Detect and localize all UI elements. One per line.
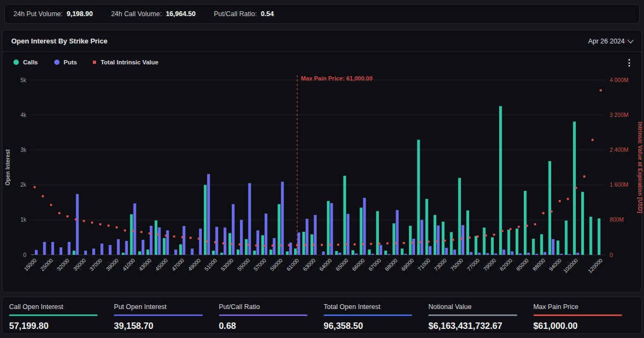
put-bar <box>412 239 415 255</box>
call-volume-value: 16,964.50 <box>166 10 196 18</box>
x-tick-label: 120000 <box>587 257 604 274</box>
put-bar <box>519 253 522 255</box>
put-bar <box>224 227 226 255</box>
x-tick-label: 68000 <box>384 257 399 272</box>
puts-marker-icon <box>54 60 60 65</box>
stat-value: 0.68 <box>219 321 308 331</box>
stat-label: Max Pain Price <box>533 303 622 311</box>
intrinsic-dot <box>312 244 314 246</box>
call-bar <box>409 226 412 255</box>
call-bar <box>72 251 75 255</box>
intrinsic-dot <box>280 244 282 246</box>
expiry-date-value: Apr 26 2024 <box>588 38 625 45</box>
intrinsic-dot <box>583 175 586 178</box>
legend-item-intrinsic[interactable]: Total Intrinsic Value <box>93 59 158 65</box>
intrinsic-dot <box>116 226 118 229</box>
x-tick-label: 32000 <box>56 257 71 272</box>
intrinsic-dot <box>493 234 495 236</box>
expiry-date-selector[interactable]: Apr 26 2024 <box>588 38 633 45</box>
put-bar <box>502 249 505 255</box>
put-bar <box>199 229 202 255</box>
oi-chart-svg[interactable]: 001k800M2k1 600M3k2 400M4k3 200M5k4 000M… <box>3 65 642 290</box>
stat-max-pain-price: Max Pain Price $61,000.00 <box>533 303 638 333</box>
put-bar <box>68 242 70 255</box>
put-bar <box>478 253 481 255</box>
put-bar <box>281 182 284 255</box>
call-bar <box>417 140 420 255</box>
put-call-ratio-value: 0.54 <box>261 10 274 18</box>
call-bar <box>269 249 272 255</box>
call-bar <box>237 249 239 255</box>
call-bar <box>343 176 346 255</box>
call-bar <box>335 251 338 255</box>
x-tick-label: 37000 <box>89 257 104 272</box>
legend-item-puts[interactable]: Puts <box>54 59 77 65</box>
intrinsic-dot <box>206 240 208 243</box>
put-bar <box>306 219 309 255</box>
put-bar <box>421 220 423 255</box>
call-bar <box>466 210 469 255</box>
put-bar <box>363 198 366 255</box>
intrinsic-dot <box>99 223 101 225</box>
put-bar <box>494 253 497 255</box>
call-bar <box>507 230 510 255</box>
more-options-icon[interactable] <box>624 57 634 68</box>
call-bar <box>384 251 387 255</box>
call-bar <box>474 236 477 255</box>
put-bar <box>257 230 259 255</box>
y-right-tick: 800M <box>610 216 624 223</box>
call-bar <box>540 234 543 255</box>
intrinsic-dot <box>575 187 577 189</box>
intrinsic-dot <box>214 241 216 243</box>
intrinsic-dot <box>140 231 142 233</box>
stat-accent-line <box>114 314 202 316</box>
x-tick-label: 67000 <box>368 257 383 272</box>
put-bar <box>453 249 456 255</box>
intrinsic-dot <box>34 186 36 188</box>
put-bar <box>322 252 325 255</box>
x-tick-label: 43000 <box>138 257 153 272</box>
intrinsic-dot <box>378 243 380 245</box>
volume-summary-bar: 24h Put Volume: 9,198.90 24h Call Volume… <box>4 4 640 24</box>
x-tick-label: 66000 <box>351 257 366 272</box>
stat-value: $6,163,431,732.67 <box>428 321 517 331</box>
stat-total-open-interest: Total Open Interest 96,358.50 <box>324 303 428 333</box>
put-bar <box>371 254 374 255</box>
legend-item-calls[interactable]: Calls <box>13 59 38 65</box>
open-interest-panel: Open Interest By Strike Price Apr 26 202… <box>2 30 642 292</box>
call-bar <box>179 244 182 255</box>
intrinsic-dot <box>50 204 52 206</box>
intrinsic-dot <box>354 243 356 245</box>
call-bar <box>130 214 133 255</box>
put-bar <box>43 242 46 255</box>
call-bar <box>401 248 404 255</box>
y-left-tick: 0 <box>23 252 26 258</box>
intrinsic-dot <box>477 236 479 238</box>
intrinsic-dot <box>231 243 233 245</box>
put-bar <box>429 246 431 255</box>
put-bar <box>462 225 464 255</box>
intrinsic-dot <box>362 243 364 245</box>
call-bar <box>277 204 280 255</box>
put-bar <box>387 254 390 255</box>
call-bar <box>450 232 452 255</box>
put-bar <box>240 220 243 255</box>
x-tick-label: 25000 <box>39 257 54 272</box>
intrinsic-dot <box>264 245 266 247</box>
intrinsic-dot <box>255 245 257 247</box>
put-bar <box>552 239 554 255</box>
x-tick-label: 57000 <box>253 257 268 272</box>
intrinsic-dot <box>534 223 536 225</box>
intrinsic-dot <box>370 243 372 245</box>
stat-accent-line <box>533 314 622 316</box>
y-right-tick: 1 600M <box>610 181 628 188</box>
intrinsic-dot <box>386 243 389 245</box>
stat-label: Put/Call Ratio <box>219 303 308 311</box>
call-bar <box>589 217 592 255</box>
intrinsic-dot <box>346 244 348 246</box>
intrinsic-marker-icon <box>93 61 96 64</box>
y-left-tick: 3k <box>20 146 27 153</box>
y-left-tick: 5k <box>20 77 27 83</box>
stat-value: 96,358.50 <box>324 321 412 331</box>
intrinsic-dot <box>444 240 446 242</box>
